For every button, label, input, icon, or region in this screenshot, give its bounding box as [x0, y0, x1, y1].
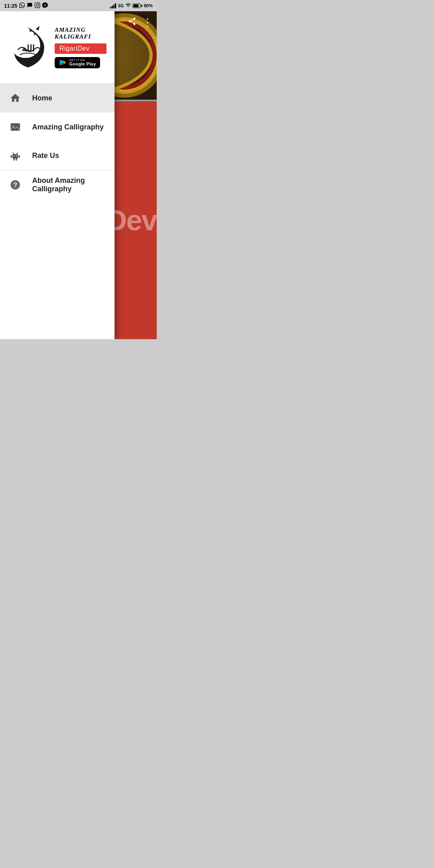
- google-play-text: GET IT ON Google Play: [69, 59, 96, 66]
- whatsapp-icon: [19, 2, 25, 9]
- svg-text:الله: الله: [22, 43, 35, 53]
- home-icon: [8, 91, 23, 105]
- drawer-logo: ★ ★ الله: [8, 23, 48, 72]
- svg-point-14: [14, 155, 14, 156]
- sidebar-item-home-label: Home: [32, 94, 52, 102]
- chat-icon: [27, 2, 33, 9]
- svg-rect-18: [10, 155, 12, 158]
- sidebar-item-home[interactable]: Home: [0, 84, 115, 113]
- network-type: 3G: [118, 3, 124, 8]
- app-title: AMAZING KALIGRAFI: [55, 27, 106, 40]
- drawer-menu: Home Amazing Calligraphy: [0, 84, 115, 339]
- signal-icon: [110, 3, 116, 8]
- google-play-store: Google Play: [69, 61, 96, 66]
- instagram-icon: [35, 2, 40, 9]
- wifi-icon: [125, 2, 131, 9]
- drawer-header: ★ ★ الله AMAZING KALIGRAFI RigariDe: [0, 11, 115, 84]
- google-play-get-it: GET IT ON: [69, 59, 96, 61]
- svg-text:★: ★: [29, 29, 32, 33]
- android-icon: [8, 149, 23, 163]
- drawer-header-info: AMAZING KALIGRAFI RigariDev: [55, 27, 106, 68]
- share-icon[interactable]: [128, 17, 137, 28]
- sidebar-item-about[interactable]: ? About Amazing Calligraphy: [0, 170, 115, 199]
- svg-point-15: [16, 155, 17, 156]
- svg-rect-20: [13, 159, 15, 161]
- sidebar-item-rate-us[interactable]: Rate Us: [0, 141, 115, 170]
- more-options-icon[interactable]: ⋮: [142, 16, 153, 29]
- svg-rect-19: [18, 155, 20, 158]
- google-play-badge[interactable]: GET IT ON Google Play: [55, 57, 100, 68]
- rigari-dev: Dev: [78, 45, 90, 52]
- navigation-drawer: ★ ★ الله AMAZING KALIGRAFI RigariDe: [0, 11, 115, 339]
- help-icon: ?: [8, 178, 23, 192]
- svg-line-17: [17, 152, 18, 154]
- status-time: 11:25: [4, 3, 17, 9]
- svg-text:★: ★: [33, 32, 37, 36]
- svg-rect-13: [12, 154, 18, 159]
- status-right: 3G 80%: [110, 2, 153, 9]
- sidebar-item-rate-us-label: Rate Us: [32, 151, 59, 160]
- main-container: الله Dev ⋮ ★: [0, 11, 157, 339]
- toolbar-partial: ⋮: [115, 11, 157, 34]
- sidebar-item-about-label: About Amazing Calligraphy: [32, 176, 106, 193]
- sidebar-item-amazing-calligraphy[interactable]: Amazing Calligraphy: [0, 113, 115, 141]
- svg-text:الله: الله: [117, 49, 133, 62]
- battery-icon: [133, 4, 142, 8]
- svg-rect-11: [10, 123, 20, 131]
- svg-rect-21: [16, 159, 17, 161]
- sidebar-item-calligraphy-label: Amazing Calligraphy: [32, 123, 104, 131]
- messenger-icon: [42, 2, 48, 9]
- svg-line-16: [13, 152, 14, 154]
- rigari-name: Rigari: [59, 45, 78, 52]
- rigari-badge: RigariDev: [55, 43, 106, 54]
- status-left: 11:25: [4, 2, 48, 9]
- battery-percent: 80%: [144, 3, 153, 8]
- image-icon: [8, 120, 23, 134]
- svg-text:?: ?: [13, 181, 17, 188]
- status-bar: 11:25 3G: [0, 0, 157, 11]
